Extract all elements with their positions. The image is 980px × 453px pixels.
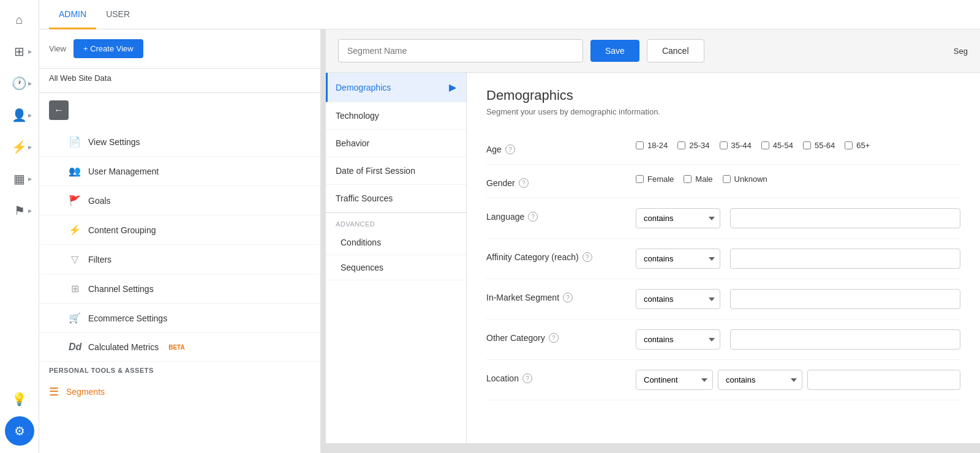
age-help-icon[interactable]: ? — [505, 144, 515, 154]
content-grouping-label: Content Grouping — [88, 225, 156, 235]
gender-male-input[interactable] — [684, 175, 692, 183]
category-sidebar: Demographics ▶ Technology Behavior Date … — [326, 73, 467, 443]
cat-item-sequences[interactable]: Sequences — [326, 255, 466, 280]
grid-nav-icon[interactable]: ⊞ — [5, 37, 34, 66]
sidebar-item-calculated-metrics[interactable]: Dd Calculated Metrics BETA — [39, 333, 320, 362]
gender-female-checkbox[interactable]: Female — [636, 174, 674, 184]
lightning-nav-icon[interactable]: ⚡ — [5, 132, 34, 162]
cat-item-demographics[interactable]: Demographics ▶ — [326, 73, 466, 102]
age-label: Age — [486, 144, 502, 154]
sidebar-item-filters[interactable]: ▽ Filters — [39, 245, 320, 274]
clock-nav-icon[interactable]: 🕐 — [5, 69, 34, 98]
filters-icon: ▽ — [69, 253, 81, 265]
age-45-54-checkbox[interactable]: 45-54 — [761, 141, 793, 150]
age-35-44-input[interactable] — [720, 141, 728, 149]
sidebar-item-segments[interactable]: ☰ Segments — [39, 376, 320, 407]
left-nav-top: View + Create View — [39, 29, 320, 69]
affinity-text-input[interactable] — [730, 249, 960, 269]
sidebar-item-channel-settings[interactable]: ⊞ Channel Settings — [39, 274, 320, 304]
location-label: Location — [486, 373, 519, 383]
cat-item-conditions[interactable]: Conditions — [326, 230, 466, 255]
other-category-select[interactable]: contains does not contain exactly matche… — [636, 329, 720, 350]
age-55-64-input[interactable] — [803, 141, 811, 149]
other-category-row: Other Category ? contains does not conta… — [486, 320, 960, 360]
segment-topbar: Save Cancel Seg — [326, 29, 980, 73]
gender-male-checkbox[interactable]: Male — [684, 174, 712, 184]
in-market-text-input[interactable] — [730, 289, 960, 309]
segment-name-input[interactable] — [338, 39, 583, 62]
age-18-24-label: 18-24 — [647, 141, 668, 150]
ecommerce-settings-icon: 🛒 — [69, 312, 81, 324]
demographics-title: Demographics — [486, 88, 960, 103]
sidebar-item-user-management[interactable]: 👥 User Management — [39, 157, 320, 186]
location-help-icon[interactable]: ? — [522, 373, 532, 383]
age-18-24-checkbox[interactable]: 18-24 — [636, 141, 668, 150]
cat-item-behavior[interactable]: Behavior — [326, 130, 466, 157]
language-text-input[interactable] — [730, 208, 960, 228]
sidebar-item-content-grouping[interactable]: ⚡ Content Grouping — [39, 215, 320, 245]
gender-female-label: Female — [647, 174, 674, 184]
gender-help-icon[interactable]: ? — [519, 178, 529, 188]
age-25-34-input[interactable] — [677, 141, 685, 149]
demographics-panel: Demographics Segment your users by demog… — [467, 73, 980, 443]
bottom-scrollbar[interactable] — [326, 443, 980, 453]
gender-unknown-checkbox[interactable]: Unknown — [723, 174, 767, 184]
user-nav-icon[interactable]: 👤 — [5, 100, 34, 130]
save-button[interactable]: Save — [590, 40, 639, 62]
gender-row: Gender ? Female Male Unknown — [486, 165, 960, 198]
cat-item-date-of-first-session[interactable]: Date of First Session — [326, 157, 466, 185]
age-55-64-checkbox[interactable]: 55-64 — [803, 141, 835, 150]
age-35-44-checkbox[interactable]: 35-44 — [720, 141, 752, 150]
sidebar-item-view-settings[interactable]: 📄 View Settings — [39, 127, 320, 157]
home-nav-icon[interactable]: ⌂ — [5, 5, 34, 34]
cat-item-traffic-sources[interactable]: Traffic Sources — [326, 185, 466, 212]
left-nav: View + Create View All Web Site Data ← 📄… — [39, 29, 321, 453]
affinity-help-icon[interactable]: ? — [582, 252, 592, 262]
location-contains-select[interactable]: contains does not contain exactly matche… — [718, 370, 802, 390]
lightbulb-nav-icon[interactable]: 💡 — [5, 384, 34, 414]
age-controls: 18-24 25-34 35-44 45-54 — [636, 141, 960, 150]
gender-unknown-label: Unknown — [734, 174, 767, 184]
language-select[interactable]: contains does not contain exactly matche… — [636, 208, 720, 228]
affinity-select[interactable]: contains does not contain exactly matche… — [636, 249, 720, 269]
cancel-button[interactable]: Cancel — [647, 39, 704, 62]
age-18-24-input[interactable] — [636, 141, 644, 149]
flag-nav-icon[interactable]: ⚑ — [5, 196, 34, 225]
age-25-34-checkbox[interactable]: 25-34 — [677, 141, 709, 150]
settings-icon-btn[interactable]: ⚙ — [5, 416, 34, 446]
other-category-text-input[interactable] — [730, 329, 960, 350]
content-grouping-icon: ⚡ — [69, 224, 81, 236]
calculated-metrics-badge: BETA — [168, 344, 184, 351]
other-category-help-icon[interactable]: ? — [549, 333, 559, 343]
location-text-input[interactable] — [807, 370, 960, 390]
view-label: View — [49, 44, 66, 53]
back-btn-row: ← — [39, 93, 320, 127]
cat-behavior-label: Behavior — [336, 138, 369, 148]
main-area: ADMIN USER View + Create View All Web Si… — [39, 0, 980, 453]
sidebar-item-goals[interactable]: 🚩 Goals — [39, 186, 320, 215]
filters-label: Filters — [88, 255, 111, 264]
create-view-button[interactable]: + Create View — [74, 39, 143, 58]
table-nav-icon[interactable]: ▦ — [5, 164, 34, 193]
language-help-icon[interactable]: ? — [528, 212, 538, 222]
tab-admin[interactable]: ADMIN — [49, 0, 96, 29]
sidebar-item-ecommerce-settings[interactable]: 🛒 Ecommerce Settings — [39, 304, 320, 333]
age-65plus-checkbox[interactable]: 65+ — [845, 141, 870, 150]
age-45-54-input[interactable] — [761, 141, 769, 149]
cat-item-technology[interactable]: Technology — [326, 102, 466, 130]
calculated-metrics-label: Calculated Metrics — [88, 342, 159, 352]
age-25-34-label: 25-34 — [689, 141, 709, 150]
age-55-64-label: 55-64 — [815, 141, 835, 150]
in-market-help-icon[interactable]: ? — [563, 293, 573, 302]
age-35-44-label: 35-44 — [731, 141, 752, 150]
in-market-label: In-Market Segment — [486, 293, 559, 302]
location-continent-select[interactable]: Continent Sub-Continent Country Region M… — [636, 370, 713, 390]
personal-tools-label: PERSONAL TOOLS & ASSETS — [39, 362, 320, 376]
in-market-select[interactable]: contains does not contain exactly matche… — [636, 289, 720, 309]
gender-unknown-input[interactable] — [723, 175, 731, 183]
age-65plus-input[interactable] — [845, 141, 853, 149]
user-management-icon: 👥 — [69, 165, 81, 177]
back-button[interactable]: ← — [49, 100, 69, 120]
gender-female-input[interactable] — [636, 175, 644, 183]
tab-user[interactable]: USER — [96, 0, 140, 29]
